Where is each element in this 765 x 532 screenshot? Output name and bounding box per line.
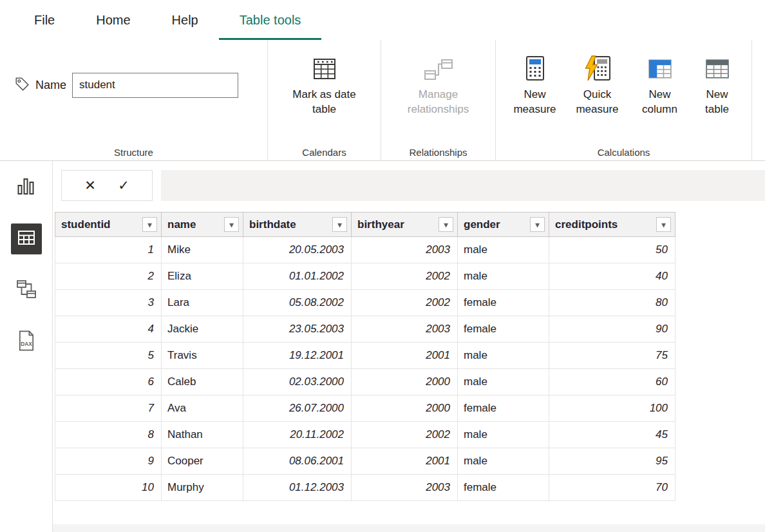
table-cell[interactable]: Caleb	[162, 369, 243, 395]
new-column-label: New column	[632, 87, 688, 117]
new-measure-button[interactable]: New measure	[507, 40, 563, 161]
table-cell[interactable]: 1	[55, 237, 162, 263]
main-area: ✕ ✓	[53, 161, 765, 532]
table-grid-icon	[17, 229, 35, 249]
column-header-creditpoints[interactable]: creditpoints ▾	[549, 213, 675, 237]
tab-file[interactable]: File	[14, 0, 75, 40]
table-cell[interactable]: 2002	[352, 422, 458, 448]
tab-home[interactable]: Home	[75, 0, 151, 40]
table-cell[interactable]: 2001	[352, 448, 458, 475]
data-view-button[interactable]	[11, 223, 42, 254]
column-filter-dropdown[interactable]: ▾	[656, 217, 671, 232]
table-cell[interactable]: 01.01.2002	[243, 263, 352, 290]
manage-relationships-button[interactable]: Manage relationships	[402, 40, 475, 161]
table-cell[interactable]: 2	[55, 263, 162, 290]
table-cell[interactable]: 2003	[352, 316, 458, 343]
table-cell[interactable]: 20.05.2003	[243, 237, 352, 263]
table-cell[interactable]: 2000	[352, 369, 458, 395]
horizontal-scrollbar[interactable]	[53, 524, 765, 532]
table-cell[interactable]: male	[458, 263, 549, 290]
table-name-input[interactable]	[72, 73, 238, 98]
commit-input-button[interactable]: ✓	[108, 173, 139, 198]
column-filter-dropdown[interactable]: ▾	[332, 217, 347, 232]
table-cell[interactable]: 50	[549, 237, 675, 263]
column-filter-dropdown[interactable]: ▾	[439, 217, 453, 232]
table-cell[interactable]: 7	[55, 395, 162, 422]
table-cell[interactable]: 75	[549, 343, 675, 369]
table-cell[interactable]: Cooper	[162, 448, 243, 475]
table-cell[interactable]: Eliza	[162, 263, 243, 290]
table-cell[interactable]: Murphy	[162, 475, 243, 501]
table-cell[interactable]: Mike	[162, 237, 243, 263]
table-cell[interactable]: Jackie	[162, 316, 243, 343]
tab-table-tools[interactable]: Table tools	[219, 0, 322, 40]
table-cell[interactable]: 2002	[352, 290, 458, 316]
content-area: DAX ✕ ✓	[0, 161, 765, 532]
new-table-button[interactable]: New table	[694, 40, 741, 161]
column-header-gender[interactable]: gender ▾	[458, 213, 549, 237]
table-cell[interactable]: 2000	[352, 395, 458, 422]
table-cell[interactable]: 01.12.2003	[243, 475, 352, 501]
table-cell[interactable]: 19.12.2001	[243, 343, 352, 369]
model-view-button[interactable]	[11, 275, 42, 306]
table-cell[interactable]: female	[458, 475, 549, 501]
table-cell[interactable]: 2003	[352, 475, 458, 501]
table-cell[interactable]: 80	[549, 290, 675, 316]
table-cell[interactable]: Lara	[162, 290, 243, 316]
table-cell[interactable]: 20.11.2002	[243, 422, 352, 448]
table-cell[interactable]: 05.08.2002	[243, 290, 352, 316]
table-cell[interactable]: 10	[55, 475, 162, 501]
table-cell[interactable]: 6	[55, 369, 162, 395]
table-cell[interactable]: 40	[549, 263, 675, 290]
table-cell[interactable]: 23.05.2003	[243, 316, 352, 343]
column-filter-dropdown[interactable]: ▾	[224, 217, 239, 232]
table-cell[interactable]: 2003	[352, 237, 458, 263]
dax-query-view-button[interactable]: DAX	[11, 327, 42, 357]
table-cell[interactable]: male	[458, 343, 549, 369]
column-header-studentid[interactable]: studentid ▾	[55, 213, 162, 237]
table-cell[interactable]: 08.06.2001	[243, 448, 352, 475]
report-view-button[interactable]	[11, 172, 42, 203]
table-cell[interactable]: female	[458, 290, 549, 316]
mark-as-date-table-button[interactable]: Mark as date table	[288, 40, 361, 161]
column-header-label: birthdate	[249, 218, 296, 231]
formula-action-box: ✕ ✓	[61, 170, 153, 201]
table-cell[interactable]: 8	[55, 422, 162, 448]
column-header-birthdate[interactable]: birthdate ▾	[243, 213, 352, 237]
table-cell[interactable]: 60	[549, 369, 675, 395]
table-cell[interactable]: 45	[549, 422, 675, 448]
table-cell[interactable]: female	[458, 395, 549, 422]
table-cell[interactable]: 9	[55, 448, 162, 475]
column-header-birthyear[interactable]: birthyear ▾	[352, 213, 458, 237]
table-cell[interactable]: 2002	[352, 263, 458, 290]
table-cell[interactable]: 70	[549, 475, 675, 501]
new-column-button[interactable]: New column	[632, 40, 688, 161]
new-table-icon	[705, 54, 730, 81]
table-cell[interactable]: 3	[55, 290, 162, 316]
table-cell[interactable]: male	[458, 237, 549, 263]
column-filter-dropdown[interactable]: ▾	[142, 217, 157, 232]
table-cell[interactable]: female	[458, 316, 549, 343]
table-cell[interactable]: Ava	[162, 395, 243, 422]
table-cell[interactable]: 95	[549, 448, 675, 475]
table-cell[interactable]: male	[458, 422, 549, 448]
cancel-input-button[interactable]: ✕	[75, 173, 106, 198]
table-cell[interactable]: 26.07.2000	[243, 395, 352, 422]
table-cell[interactable]: Nathan	[162, 422, 243, 448]
table-cell[interactable]: Travis	[162, 343, 243, 369]
column-header-label: gender	[464, 218, 500, 231]
formula-input-field[interactable]	[161, 170, 765, 201]
table-cell[interactable]: 4	[55, 316, 162, 343]
table-cell[interactable]: 90	[549, 316, 675, 343]
table-cell[interactable]: 02.03.2000	[243, 369, 352, 395]
table-cell[interactable]: male	[458, 448, 549, 475]
ribbon-spacer	[752, 40, 765, 161]
quick-measure-button[interactable]: Quick measure	[569, 40, 626, 161]
table-cell[interactable]: 100	[549, 395, 675, 422]
table-cell[interactable]: 2001	[352, 343, 458, 369]
table-cell[interactable]: male	[458, 369, 549, 395]
column-filter-dropdown[interactable]: ▾	[530, 217, 545, 232]
column-header-name[interactable]: name ▾	[162, 213, 243, 237]
table-cell[interactable]: 5	[55, 343, 162, 369]
tab-help[interactable]: Help	[151, 0, 219, 40]
